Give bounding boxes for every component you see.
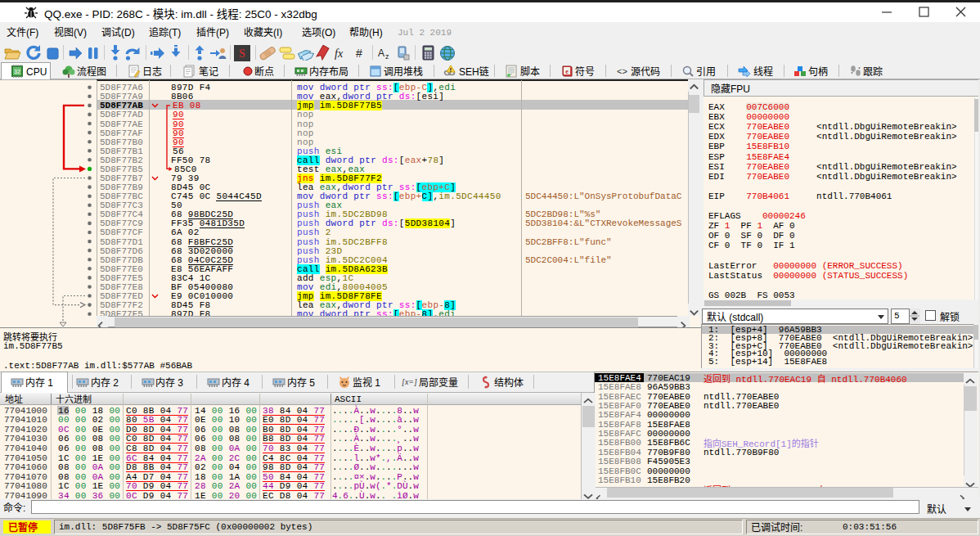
svg-text:S: S <box>239 47 245 60</box>
svg-text:A: A <box>378 47 384 59</box>
svg-text:fx: fx <box>335 47 344 60</box>
svg-text:#: # <box>356 47 362 60</box>
svg-text:32: 32 <box>14 69 20 74</box>
svg-text:e: e <box>565 68 569 75</box>
svg-text:<>: <> <box>617 67 627 77</box>
svg-text:z: z <box>385 52 389 61</box>
